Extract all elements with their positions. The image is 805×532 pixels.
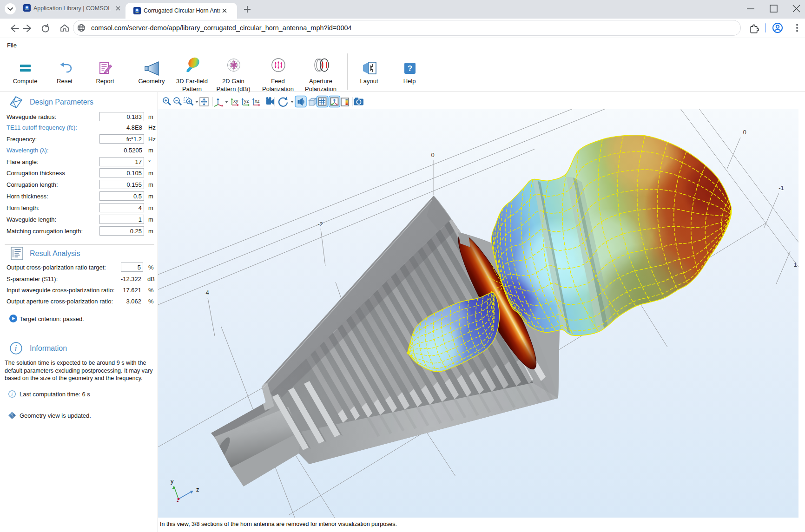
svg-text:yz: yz bbox=[244, 98, 249, 104]
svg-text:y: y bbox=[171, 478, 174, 485]
svg-text:-4: -4 bbox=[204, 289, 209, 296]
svg-text:1: 1 bbox=[793, 261, 797, 268]
svg-text:-1: -1 bbox=[779, 184, 784, 191]
svg-text:z: z bbox=[196, 486, 199, 493]
svg-text:xz: xz bbox=[255, 98, 260, 104]
svg-text:i: i bbox=[11, 391, 13, 397]
svg-text:i: i bbox=[14, 343, 17, 353]
svg-text:-2: -2 bbox=[317, 221, 323, 228]
svg-text:?: ? bbox=[408, 64, 412, 73]
svg-text:0: 0 bbox=[431, 151, 434, 158]
svg-text:0: 0 bbox=[743, 129, 746, 136]
svg-text:xy: xy bbox=[233, 98, 238, 104]
